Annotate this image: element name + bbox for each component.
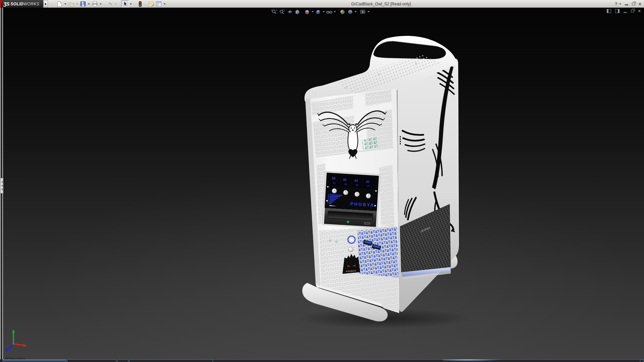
gauge-2-bottom: 38	[344, 183, 347, 186]
knob-2[interactable]	[343, 190, 348, 195]
taskbar-button[interactable]	[117, 359, 128, 362]
pane-right-button[interactable]	[615, 9, 620, 13]
display-style-dropdown[interactable]	[322, 8, 325, 15]
gauge-1-top: 50	[332, 177, 335, 180]
new-document-icon	[57, 1, 62, 7]
restore-button[interactable]	[632, 3, 635, 5]
gauge-3-top: 92	[354, 179, 358, 183]
view-orientation-dropdown[interactable]	[311, 8, 314, 15]
taskbar-button-active[interactable]	[3, 359, 66, 362]
minimize-button[interactable]	[625, 4, 628, 5]
dvd-drive[interactable]	[324, 208, 377, 227]
edit-appearance-button[interactable]	[338, 8, 346, 15]
undo-button[interactable]	[106, 0, 114, 7]
solidworks-logo-mark: ƷS	[3, 1, 9, 7]
zoom-to-area-button[interactable]	[278, 8, 286, 15]
pc-case-model[interactable]: phobya	[297, 36, 471, 328]
open-icon	[68, 1, 74, 7]
gauge-4-bottom: 25	[367, 185, 370, 187]
orientation-triad	[6, 329, 27, 352]
reset-button[interactable]	[348, 247, 354, 252]
save-dropdown[interactable]	[87, 0, 91, 7]
pane-left-button[interactable]	[607, 9, 611, 13]
power-led	[335, 241, 337, 243]
title-bar: ƷS SOLIDWORKS	[0, 0, 644, 8]
hide-show-items-icon	[326, 9, 333, 15]
select-tool-button[interactable]	[121, 0, 129, 7]
view-settings-dropdown[interactable]	[367, 8, 370, 15]
document-window-controls: ×	[607, 9, 641, 13]
taskbar-button[interactable]	[640, 359, 643, 362]
help-button[interactable]: ?	[615, 1, 618, 6]
display-style-button[interactable]	[314, 8, 322, 15]
file-properties-button[interactable]	[147, 0, 155, 7]
zoom-to-fit-icon	[271, 9, 277, 15]
heads-up-view-toolbar	[270, 8, 370, 15]
edit-appearance-icon	[339, 9, 345, 15]
gauge-1-bottom: 41	[333, 182, 336, 184]
close-button[interactable]: ×	[639, 2, 641, 6]
top-screw	[415, 63, 417, 65]
display-style-icon	[315, 9, 321, 15]
open-dropdown[interactable]	[75, 0, 79, 7]
document-title: GrCadBlack_Owl_S2 [Read-only]	[351, 2, 411, 6]
save-icon	[80, 1, 86, 7]
graphics-viewport[interactable]: ×	[0, 8, 644, 362]
select-tool-dropdown[interactable]	[129, 0, 133, 7]
taskbar-button[interactable]	[129, 359, 213, 362]
doc-restore-button[interactable]	[631, 10, 634, 12]
apply-scene-button[interactable]	[346, 8, 354, 15]
view-settings-button[interactable]	[359, 8, 367, 15]
new-document-button[interactable]	[56, 0, 63, 7]
os-taskbar-sliver	[0, 359, 644, 362]
zoom-to-fit-button[interactable]	[270, 8, 278, 15]
options-dropdown[interactable]	[163, 0, 167, 7]
file-properties-icon	[148, 1, 154, 7]
model-canvas[interactable]: phobya	[0, 8, 644, 362]
doc-close-button[interactable]: ×	[638, 9, 641, 13]
expand-arrow-icon	[1, 188, 3, 190]
front-mesh-blue-lit	[358, 227, 398, 278]
doc-minimize-button[interactable]	[624, 12, 627, 13]
expand-arrow-icon	[1, 185, 3, 187]
new-document-dropdown[interactable]	[63, 0, 67, 7]
save-button[interactable]	[79, 0, 87, 7]
hide-show-items-button[interactable]	[325, 8, 333, 15]
section-view-icon	[294, 9, 301, 15]
hide-show-items-dropdown[interactable]	[333, 8, 336, 15]
options-button[interactable]	[155, 0, 163, 7]
menu-flyout-button[interactable]	[44, 1, 48, 7]
taskbar-button[interactable]	[67, 359, 116, 362]
window-edge-accent	[0, 0, 1, 8]
expand-arrow-icon	[1, 181, 3, 183]
flyout-arrow-icon	[45, 3, 47, 5]
view-orientation-button[interactable]	[303, 8, 311, 15]
main-toolbar	[56, 0, 167, 8]
brand-solid: SOLID	[10, 2, 23, 6]
help-dropdown[interactable]	[619, 3, 621, 5]
undo-dropdown[interactable]	[114, 0, 118, 7]
rebuild-button[interactable]	[136, 0, 144, 7]
fan-controller-bay[interactable]: 50 41 85 38 92 29 45 25	[322, 171, 380, 228]
section-view-button[interactable]	[293, 8, 301, 15]
feature-manager-expand-tab[interactable]	[0, 178, 3, 193]
apply-scene-dropdown[interactable]	[354, 8, 357, 15]
view-settings-icon	[360, 9, 366, 15]
gauge-4-top: 45	[366, 180, 369, 184]
zoom-to-area-icon	[279, 9, 285, 15]
previous-view-button[interactable]	[286, 8, 293, 15]
print-icon	[92, 1, 98, 7]
view-orientation-icon	[304, 9, 310, 15]
taskbar-top-edge	[174, 359, 644, 360]
print-dropdown[interactable]	[99, 0, 103, 7]
open-button[interactable]	[67, 0, 75, 7]
rebuild-stoplight-icon	[138, 1, 143, 7]
print-button[interactable]	[91, 0, 99, 7]
app-window-controls: ? ×	[615, 0, 641, 8]
top-screw	[345, 87, 346, 89]
solidworks-logo: ƷS SOLIDWORKS	[0, 0, 43, 8]
brand-works: WORKS	[23, 2, 39, 6]
top-screw	[378, 74, 380, 75]
gauge-3-bottom: 29	[356, 184, 359, 186]
hdd-led	[329, 240, 331, 242]
